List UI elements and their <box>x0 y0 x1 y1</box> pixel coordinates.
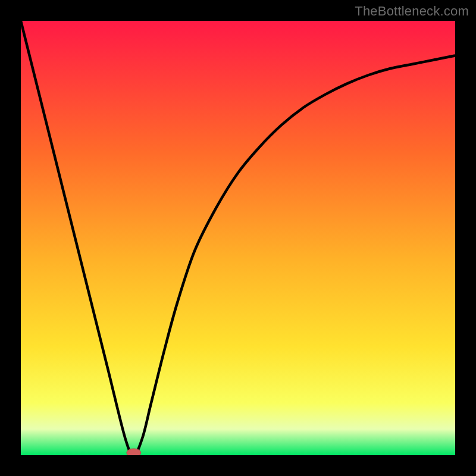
min-marker <box>127 449 141 455</box>
plot-area <box>21 21 455 455</box>
chart-frame: TheBottleneck.com <box>0 0 476 476</box>
watermark-text: TheBottleneck.com <box>355 4 469 19</box>
gradient-background <box>21 21 455 455</box>
plot-svg <box>21 21 455 455</box>
